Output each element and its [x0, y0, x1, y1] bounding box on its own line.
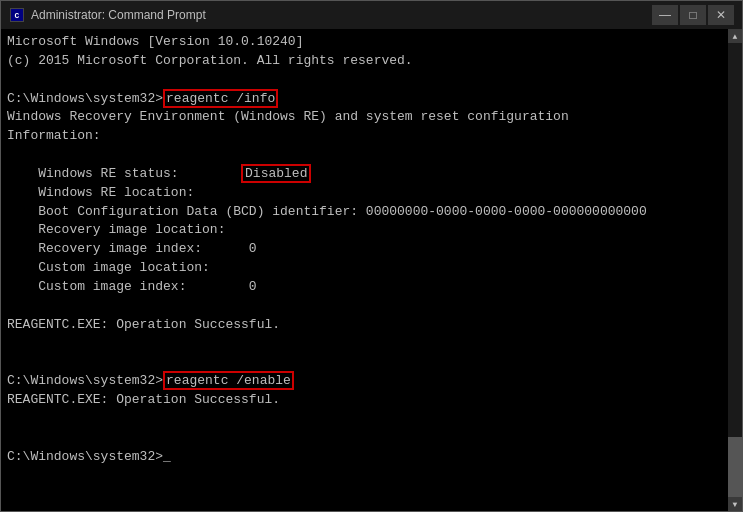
- line-2: (c) 2015 Microsoft Corporation. All righ…: [7, 52, 736, 71]
- scroll-thumb[interactable]: [728, 437, 742, 497]
- line-9: Windows RE location:: [7, 184, 736, 203]
- line-3: [7, 71, 736, 90]
- console-area[interactable]: Microsoft Windows [Version 10.0.10240] (…: [1, 29, 742, 511]
- line-11: Recovery image location:: [7, 221, 736, 240]
- line-14: Custom image index: 0: [7, 278, 736, 297]
- command-2: reagentc /enable: [163, 371, 294, 390]
- scroll-down-arrow[interactable]: ▼: [728, 497, 742, 511]
- line-10: Boot Configuration Data (BCD) identifier…: [7, 203, 736, 222]
- line-4: C:\Windows\system32>reagentc /info: [7, 90, 736, 109]
- maximize-button[interactable]: □: [680, 5, 706, 25]
- window-title: Administrator: Command Prompt: [31, 8, 206, 22]
- cursor: _: [163, 449, 171, 464]
- command-1: reagentc /info: [163, 89, 278, 108]
- line-7: [7, 146, 736, 165]
- window-controls: — □ ✕: [652, 5, 734, 25]
- scroll-track[interactable]: [728, 43, 742, 497]
- prompt-1: C:\Windows\system32>: [7, 91, 163, 106]
- line-13: Custom image location:: [7, 259, 736, 278]
- scrollbar[interactable]: ▲ ▼: [728, 29, 742, 511]
- re-status: Disabled: [241, 164, 311, 183]
- cmd-window: C Administrator: Command Prompt — □ ✕ Mi…: [0, 0, 743, 512]
- minimize-button[interactable]: —: [652, 5, 678, 25]
- line-17: [7, 335, 736, 354]
- line-21: [7, 410, 736, 429]
- line-8: Windows RE status: Disabled: [7, 165, 736, 184]
- line-20: REAGENTC.EXE: Operation Successful.: [7, 391, 736, 410]
- cmd-icon-container: C: [9, 7, 25, 23]
- line-19: C:\Windows\system32>reagentc /enable: [7, 372, 736, 391]
- scroll-up-arrow[interactable]: ▲: [728, 29, 742, 43]
- prompt-2: C:\Windows\system32>: [7, 373, 163, 388]
- line-15: [7, 297, 736, 316]
- line-5: Windows Recovery Environment (Windows RE…: [7, 108, 736, 127]
- line-18: [7, 353, 736, 372]
- line-16: REAGENTC.EXE: Operation Successful.: [7, 316, 736, 335]
- title-bar-left: C Administrator: Command Prompt: [9, 7, 206, 23]
- title-bar: C Administrator: Command Prompt — □ ✕: [1, 1, 742, 29]
- close-button[interactable]: ✕: [708, 5, 734, 25]
- prompt-3: C:\Windows\system32>: [7, 449, 163, 464]
- line-1: Microsoft Windows [Version 10.0.10240]: [7, 33, 736, 52]
- line-12: Recovery image index: 0: [7, 240, 736, 259]
- cmd-icon: C: [10, 8, 24, 22]
- line-23: C:\Windows\system32>_: [7, 448, 736, 467]
- line-6: Information:: [7, 127, 736, 146]
- line-22: [7, 429, 736, 448]
